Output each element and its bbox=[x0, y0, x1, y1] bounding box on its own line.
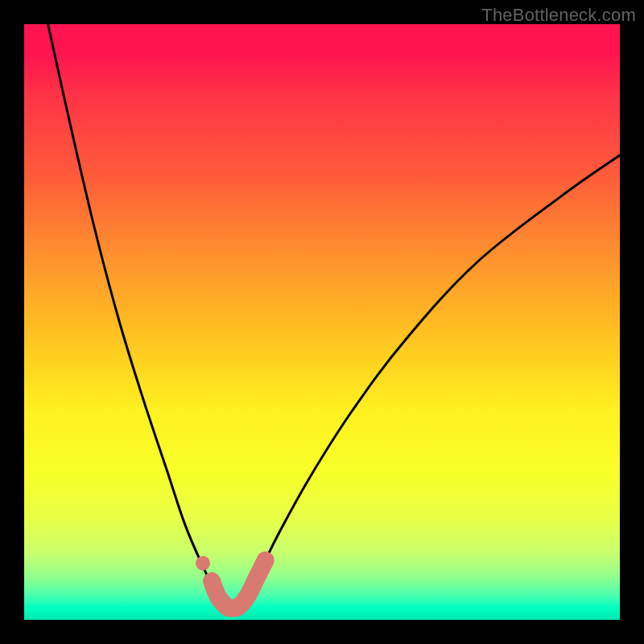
bottleneck-plot bbox=[24, 24, 620, 620]
watermark-label: TheBottleneck.com bbox=[481, 5, 636, 26]
highlight-band-line bbox=[212, 560, 266, 608]
chart-area bbox=[24, 24, 620, 620]
bottleneck-curve-line bbox=[48, 24, 620, 608]
highlight-dot-icon bbox=[196, 556, 210, 571]
